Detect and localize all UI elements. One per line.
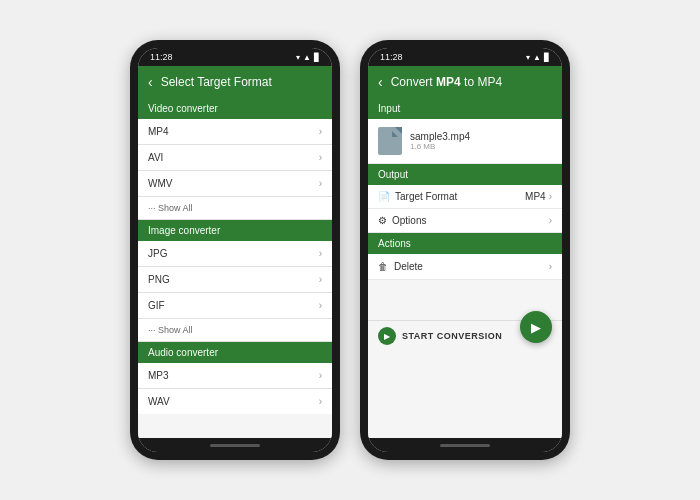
delete-row[interactable]: 🗑 Delete › [368,254,562,280]
file-row: sample3.mp4 1.6 MB [368,119,562,164]
input-section-header: Input [368,98,562,119]
play-icon-small: ▶ [384,332,390,341]
left-header-title: Select Target Format [161,75,272,89]
left-status-bar: 11:28 ▾ ▲ ▊ [138,48,332,66]
conversion-bar: ▶ START CONVERSION ▶ [368,320,562,351]
actions-section-header: Actions [368,233,562,254]
mp3-chevron: › [319,370,322,381]
left-header: ‹ Select Target Format [138,66,332,98]
delete-chevron: › [549,261,552,272]
left-home-indicator [210,444,260,447]
list-item-avi-label: AVI [148,152,163,163]
target-format-value: MP4 › [525,191,552,202]
left-phone: 11:28 ▾ ▲ ▊ ‹ Select Target Format Video… [130,40,340,460]
list-item-mp3-label: MP3 [148,370,169,381]
left-back-button[interactable]: ‹ [148,74,153,90]
svg-marker-1 [392,131,398,137]
wmv-chevron: › [319,178,322,189]
right-phone: 11:28 ▾ ▲ ▊ ‹ Convert MP4 to MP4 Input [360,40,570,460]
right-header: ‹ Convert MP4 to MP4 [368,66,562,98]
file-size: 1.6 MB [410,142,470,151]
list-item-mp3[interactable]: MP3 › [138,363,332,389]
mp4-chevron: › [319,126,322,137]
image-show-all[interactable]: ··· Show All [138,319,332,342]
right-header-title: Convert MP4 to MP4 [391,75,502,89]
list-item-wav[interactable]: WAV › [138,389,332,414]
trash-icon: 🗑 [378,261,388,272]
target-format-label: Target Format [395,191,457,202]
left-content: Video converter MP4 › AVI › WMV › ··· Sh… [138,98,332,438]
image-section-header: Image converter [138,220,332,241]
delete-label: Delete [394,261,423,272]
target-format-chevron: › [549,191,552,202]
list-item-wmv[interactable]: WMV › [138,171,332,197]
options-label: Options [392,215,426,226]
play-button-small[interactable]: ▶ [378,327,396,345]
right-time: 11:28 [380,52,403,62]
jpg-chevron: › [319,248,322,259]
png-chevron: › [319,274,322,285]
gear-icon: ⚙ [378,215,387,226]
file-name: sample3.mp4 [410,131,470,142]
list-item-avi[interactable]: AVI › [138,145,332,171]
options-chevron: › [549,215,552,226]
file-icon [378,127,402,155]
play-icon-large: ▶ [531,320,541,335]
right-bottom-bar [368,438,562,452]
list-item-gif-label: GIF [148,300,165,311]
output-section-header: Output [368,164,562,185]
list-item-png[interactable]: PNG › [138,267,332,293]
list-item-mp4[interactable]: MP4 › [138,119,332,145]
left-time: 11:28 [150,52,173,62]
list-item-mp4-label: MP4 [148,126,169,137]
options-row[interactable]: ⚙ Options › [368,209,562,233]
left-status-icons: ▾ ▲ ▊ [296,53,320,62]
list-item-wav-label: WAV [148,396,170,407]
avi-chevron: › [319,152,322,163]
right-home-indicator [440,444,490,447]
right-status-icons: ▾ ▲ ▊ [526,53,550,62]
list-item-jpg[interactable]: JPG › [138,241,332,267]
start-conversion-label: START CONVERSION [402,331,502,341]
list-item-gif[interactable]: GIF › [138,293,332,319]
right-content: Input sample3.mp4 1.6 MB Output 📄 [368,98,562,438]
play-button-large[interactable]: ▶ [520,311,552,343]
video-show-all[interactable]: ··· Show All [138,197,332,220]
audio-section-header: Audio converter [138,342,332,363]
right-status-bar: 11:28 ▾ ▲ ▊ [368,48,562,66]
file-info: sample3.mp4 1.6 MB [410,131,470,151]
target-format-left: 📄 Target Format [378,191,457,202]
left-bottom-bar [138,438,332,452]
right-screen: 11:28 ▾ ▲ ▊ ‹ Convert MP4 to MP4 Input [368,48,562,452]
gif-chevron: › [319,300,322,311]
list-item-jpg-label: JPG [148,248,167,259]
target-format-row[interactable]: 📄 Target Format MP4 › [368,185,562,209]
left-screen: 11:28 ▾ ▲ ▊ ‹ Select Target Format Video… [138,48,332,452]
video-section-header: Video converter [138,98,332,119]
list-item-wmv-label: WMV [148,178,172,189]
list-item-png-label: PNG [148,274,170,285]
wav-chevron: › [319,396,322,407]
right-back-button[interactable]: ‹ [378,74,383,90]
doc-icon: 📄 [378,191,390,202]
options-left: ⚙ Options [378,215,426,226]
